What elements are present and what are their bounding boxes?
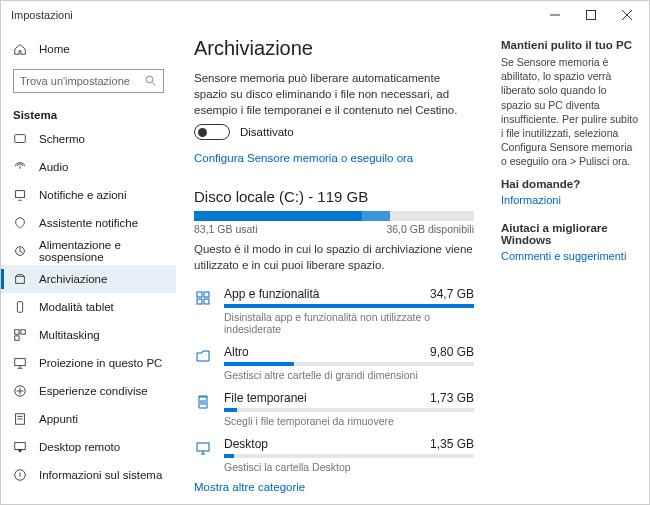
category-bar — [224, 454, 474, 458]
nav-label: Proiezione in questo PC — [39, 357, 162, 369]
category-hint: Gestisci la cartella Desktop — [224, 461, 474, 473]
category-bar — [224, 408, 474, 412]
storage-category[interactable]: App e funzionalità34,7 GBDisinstalla app… — [194, 279, 474, 337]
nav-label: Esperienze condivise — [39, 385, 148, 397]
sidebar-item-alimentazione-e-sospensione[interactable]: Alimentazione e sospensione — [1, 237, 176, 265]
nav-label: Schermo — [39, 133, 85, 145]
info-link[interactable]: Informazioni — [501, 194, 639, 206]
nav-icon — [13, 412, 27, 426]
nav-icon — [13, 384, 27, 398]
nav-label: Informazioni sul sistema — [39, 469, 162, 481]
sidebar-item-notifiche-e-azioni[interactable]: Notifiche e azioni — [1, 181, 176, 209]
nav-label: Notifiche e azioni — [39, 189, 127, 201]
nav-label: Audio — [39, 161, 68, 173]
sidebar-item-appunti[interactable]: Appunti — [1, 405, 176, 433]
svg-rect-18 — [197, 443, 209, 451]
home-icon — [13, 42, 27, 56]
search-input[interactable]: Trova un'impostazione — [13, 69, 164, 93]
nav-icon — [13, 244, 27, 258]
storage-sense-desc: Sensore memoria può liberare automaticam… — [194, 70, 474, 118]
clean-text: Se Sensore memoria è abilitato, lo spazi… — [501, 55, 639, 168]
svg-point-1 — [146, 76, 153, 83]
storage-category[interactable]: Desktop1,35 GBGestisci la cartella Deskt… — [194, 429, 474, 475]
category-bar — [224, 304, 474, 308]
sidebar-item-multitasking[interactable]: Multitasking — [1, 321, 176, 349]
configure-link[interactable]: Configura Sensore memoria o eseguilo ora — [194, 152, 413, 164]
feedback-link[interactable]: Commenti e suggerimenti — [501, 250, 639, 262]
category-icon — [194, 289, 212, 307]
nav-label: Assistente notifiche — [39, 217, 138, 229]
nav-icon — [13, 328, 27, 342]
page-title: Archiviazione — [194, 37, 483, 60]
svg-rect-7 — [21, 330, 25, 334]
category-size: 1,73 GB — [430, 391, 474, 405]
sidebar-item-informazioni-sul-sistema[interactable]: Informazioni sul sistema — [1, 461, 176, 489]
disk-fill-primary — [194, 211, 362, 221]
sidebar-item-proiezione-in-questo-pc[interactable]: Proiezione in questo PC — [1, 349, 176, 377]
nav-icon — [13, 356, 27, 370]
svg-rect-2 — [15, 135, 26, 143]
storage-sense-toggle[interactable] — [194, 124, 230, 140]
category-hint: Disinstalla app e funzionalità non utili… — [224, 311, 474, 335]
clean-heading: Mantieni pulito il tuo PC — [501, 39, 639, 51]
nav-label: Appunti — [39, 413, 78, 425]
questions-heading: Hai domande? — [501, 178, 639, 190]
category-bar — [224, 362, 474, 366]
sidebar-item-desktop-remoto[interactable]: Desktop remoto — [1, 433, 176, 461]
window-title: Impostazioni — [11, 9, 73, 21]
nav-label: Desktop remoto — [39, 441, 120, 453]
category-label: File temporanei — [224, 391, 307, 405]
nav-icon — [13, 132, 27, 146]
category-icon — [194, 439, 212, 457]
nav-label: Alimentazione e sospensione — [39, 239, 176, 263]
improve-heading: Aiutaci a migliorare Windows — [501, 222, 639, 246]
disk-title: Disco locale (C:) - 119 GB — [194, 188, 483, 205]
nav-icon — [13, 216, 27, 230]
sidebar-item-archiviazione[interactable]: Archiviazione — [1, 265, 176, 293]
category-hint: Scegli i file temporanei da rimuovere — [224, 415, 474, 427]
nav-label: Multitasking — [39, 329, 100, 341]
svg-rect-8 — [15, 336, 19, 340]
category-label: Desktop — [224, 437, 268, 451]
content-area: Archiviazione Sensore memoria può libera… — [176, 29, 501, 504]
toggle-state-label: Disattivato — [240, 126, 294, 138]
category-size: 34,7 GB — [430, 287, 474, 301]
svg-rect-6 — [15, 330, 19, 334]
storage-category[interactable]: File temporanei1,73 GBScegli i file temp… — [194, 383, 474, 429]
minimize-button[interactable] — [537, 1, 573, 29]
nav-icon — [13, 440, 27, 454]
storage-category[interactable]: Altro9,80 GBGestisci altre cartelle di g… — [194, 337, 474, 383]
svg-rect-15 — [204, 292, 209, 297]
svg-rect-16 — [197, 299, 202, 304]
sidebar-item-audio[interactable]: Audio — [1, 153, 176, 181]
section-label: Sistema — [1, 101, 176, 125]
disk-desc: Questo è il modo in cui lo spazio di arc… — [194, 241, 474, 273]
svg-rect-9 — [15, 359, 26, 366]
category-hint: Gestisci altre cartelle di grandi dimens… — [224, 369, 474, 381]
sidebar-item-esperienze-condivise[interactable]: Esperienze condivise — [1, 377, 176, 405]
sidebar-item-assistente-notifiche[interactable]: Assistente notifiche — [1, 209, 176, 237]
disk-usage-bar — [194, 211, 474, 221]
home-nav[interactable]: Home — [1, 35, 176, 63]
search-placeholder: Trova un'impostazione — [20, 75, 145, 87]
sidebar-item-modalità-tablet[interactable]: Modalità tablet — [1, 293, 176, 321]
nav-label: Modalità tablet — [39, 301, 114, 313]
nav-icon — [13, 300, 27, 314]
close-button[interactable] — [609, 1, 645, 29]
home-label: Home — [39, 43, 70, 55]
svg-rect-17 — [204, 299, 209, 304]
category-label: App e funzionalità — [224, 287, 319, 301]
svg-rect-14 — [197, 292, 202, 297]
disk-free: 36,0 GB disponibili — [386, 223, 474, 235]
nav-label: Archiviazione — [39, 273, 107, 285]
category-icon — [194, 347, 212, 365]
svg-rect-3 — [16, 191, 25, 198]
svg-rect-5 — [17, 302, 22, 313]
titlebar: Impostazioni — [1, 1, 649, 29]
sidebar-item-schermo[interactable]: Schermo — [1, 125, 176, 153]
nav-icon — [13, 272, 27, 286]
maximize-button[interactable] — [573, 1, 609, 29]
category-size: 9,80 GB — [430, 345, 474, 359]
show-more-categories[interactable]: Mostra altre categorie — [194, 481, 305, 493]
category-label: Altro — [224, 345, 249, 359]
